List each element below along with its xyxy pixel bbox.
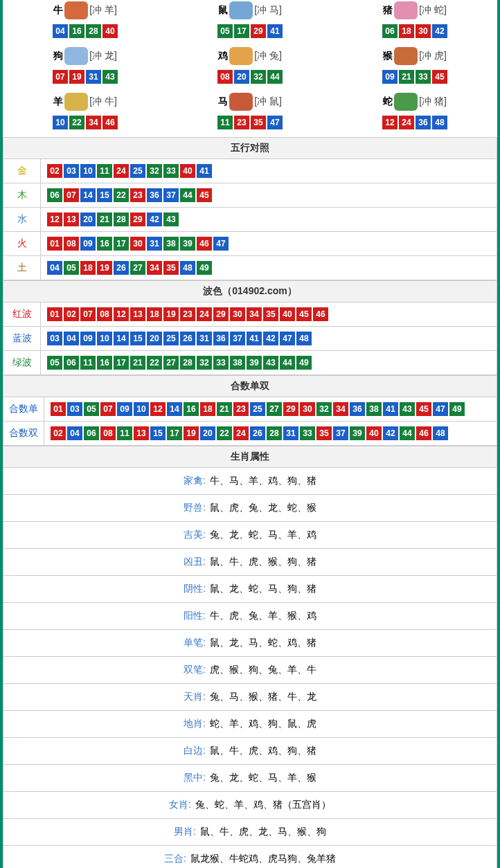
row-label-红波: 红波 xyxy=(3,302,41,327)
ball-40: 40 xyxy=(102,24,118,38)
row-balls: 05061116172122272832333839434449 xyxy=(41,351,497,375)
attr-row: 白边:鼠、牛、虎、鸡、狗、猪 xyxy=(3,738,497,765)
attr-val: 兔、马、猴、猪、牛、龙 xyxy=(210,691,316,702)
attr-val: 鼠、牛、虎、龙、马、猴、狗 xyxy=(200,826,326,837)
attr-key: 男肖: xyxy=(174,826,196,837)
attr-row: 三合:鼠龙猴、牛蛇鸡、虎马狗、兔羊猪 xyxy=(3,846,497,869)
ball-30: 30 xyxy=(230,307,245,321)
ball-27: 27 xyxy=(267,402,282,416)
row-label-火: 火 xyxy=(3,232,41,256)
attr-val: 鼠、牛、虎、鸡、狗、猪 xyxy=(210,745,316,756)
ball-33: 33 xyxy=(163,164,179,178)
attr-key: 野兽: xyxy=(184,502,206,513)
ball-05: 05 xyxy=(64,261,79,275)
ball-42: 42 xyxy=(147,213,162,226)
row-balls: 03040910141520252631363741424748 xyxy=(41,327,497,351)
attr-key: 吉美: xyxy=(184,529,206,540)
ball-19: 19 xyxy=(97,261,112,275)
attr-val: 鼠、龙、马、蛇、鸡、猪 xyxy=(210,637,316,648)
zodiac-grid: 牛[冲 羊]04162840鼠[冲 马]05172941猪[冲 蛇]061830… xyxy=(3,0,497,137)
ball-23: 23 xyxy=(130,188,145,202)
ball-05: 05 xyxy=(47,356,62,370)
zodiac-balls: 10223446 xyxy=(7,115,163,130)
ball-31: 31 xyxy=(283,426,298,440)
zodiac-balls: 09213345 xyxy=(337,69,493,84)
row-label-合数单: 合数单 xyxy=(3,397,44,422)
attr-row: 凶丑:鼠、牛、虎、猴、狗、猪 xyxy=(3,549,497,576)
zodiac-conflict: [冲 马] xyxy=(254,4,282,15)
ball-39: 39 xyxy=(180,237,195,251)
ball-03: 03 xyxy=(47,332,62,345)
ball-36: 36 xyxy=(416,116,431,129)
ball-16: 16 xyxy=(69,24,84,38)
ball-11: 11 xyxy=(117,426,132,440)
ball-28: 28 xyxy=(86,24,101,38)
ball-42: 42 xyxy=(263,332,278,345)
ball-06: 06 xyxy=(382,24,398,38)
bose-table: 波色（014902.com） 红波01020708121318192324293… xyxy=(3,280,497,375)
ball-10: 10 xyxy=(80,164,96,178)
ball-17: 17 xyxy=(114,356,129,370)
ball-44: 44 xyxy=(267,70,283,84)
ball-39: 39 xyxy=(247,356,262,370)
attr-row: 野兽:鼠、虎、兔、龙、蛇、猴 xyxy=(3,495,497,522)
ball-14: 14 xyxy=(114,332,129,345)
ball-43: 43 xyxy=(400,402,415,416)
ball-17: 17 xyxy=(167,426,182,440)
ball-48: 48 xyxy=(180,261,195,275)
ball-30: 30 xyxy=(416,24,431,38)
attr-key: 天肖: xyxy=(184,691,206,702)
bose-header: 波色（014902.com） xyxy=(3,281,497,302)
wuxing-table: 五行对照 金02031011242532334041木0607141522233… xyxy=(3,137,497,280)
ball-23: 23 xyxy=(234,116,249,129)
ball-42: 42 xyxy=(432,24,447,38)
attr-key: 家禽: xyxy=(184,475,206,486)
ball-30: 30 xyxy=(300,402,315,416)
ball-05: 05 xyxy=(84,402,99,416)
row-label-土: 土 xyxy=(3,256,41,280)
ball-20: 20 xyxy=(234,70,249,84)
ball-09: 09 xyxy=(80,237,96,251)
attr-key: 凶丑: xyxy=(184,556,206,567)
ball-46: 46 xyxy=(313,307,328,321)
ball-20: 20 xyxy=(147,332,162,345)
ball-26: 26 xyxy=(114,261,129,275)
attr-key: 阴性: xyxy=(184,583,206,594)
zodiac-cell-羊: 羊[冲 牛]10223446 xyxy=(3,91,168,137)
ball-16: 16 xyxy=(184,402,199,416)
row-balls: 0102070812131819232429303435404546 xyxy=(41,302,497,327)
row-label-合数双: 合数双 xyxy=(3,422,44,446)
ball-43: 43 xyxy=(263,356,278,370)
ball-37: 37 xyxy=(163,188,179,202)
ball-24: 24 xyxy=(399,116,414,129)
ball-25: 25 xyxy=(250,402,265,416)
ball-22: 22 xyxy=(147,356,162,370)
ball-06: 06 xyxy=(64,356,79,370)
ball-08: 08 xyxy=(64,237,79,251)
ball-36: 36 xyxy=(350,402,365,416)
row-label-木: 木 xyxy=(3,183,41,208)
ball-02: 02 xyxy=(64,307,79,321)
ball-29: 29 xyxy=(251,24,266,38)
ball-28: 28 xyxy=(267,426,282,440)
row-balls: 04051819262734354849 xyxy=(41,256,497,280)
ball-13: 13 xyxy=(64,213,79,226)
ball-46: 46 xyxy=(416,426,431,440)
zodiac-cell-牛: 牛[冲 羊]04162840 xyxy=(3,0,168,46)
ball-09: 09 xyxy=(80,332,96,345)
attr-row: 阳性:牛、虎、兔、羊、猴、鸡 xyxy=(3,603,497,630)
ball-19: 19 xyxy=(163,307,179,321)
ball-36: 36 xyxy=(147,188,162,202)
attr-val: 兔、龙、蛇、马、羊、猴 xyxy=(210,772,316,783)
ball-24: 24 xyxy=(233,426,249,440)
ball-27: 27 xyxy=(163,356,179,370)
ball-12: 12 xyxy=(382,116,398,129)
zodiac-cell-猪: 猪[冲 蛇]06183042 xyxy=(332,0,497,46)
ball-23: 23 xyxy=(233,402,249,416)
ball-12: 12 xyxy=(47,213,62,226)
ball-07: 07 xyxy=(64,188,79,202)
ball-10: 10 xyxy=(134,402,149,416)
attr-row: 女肖:兔、蛇、羊、鸡、猪（五宫肖） xyxy=(3,792,497,819)
ball-21: 21 xyxy=(130,356,145,370)
ball-02: 02 xyxy=(47,164,62,178)
